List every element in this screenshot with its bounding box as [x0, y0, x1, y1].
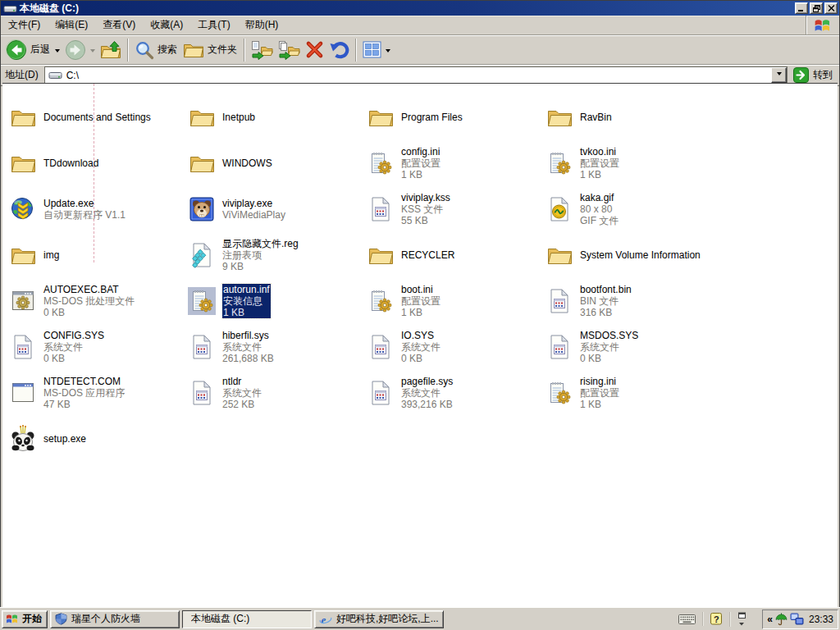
file-tile[interactable]: ntldr系统文件252 KB	[188, 370, 367, 416]
file-tile[interactable]: hiberfil.sys系统文件261,688 KB	[188, 324, 367, 370]
file-tile[interactable]: IO.SYS系统文件0 KB	[367, 324, 546, 370]
close-button[interactable]	[824, 2, 838, 14]
move-to-button[interactable]	[249, 39, 276, 62]
folders-button[interactable]: 文件夹	[180, 39, 240, 62]
up-button[interactable]	[98, 39, 124, 62]
file-tile[interactable]: Program Files	[367, 94, 546, 140]
popup-window-icon[interactable]	[729, 612, 753, 627]
menu-item[interactable]: 文件(F)	[1, 16, 48, 34]
file-label: autorun.inf安装信息1 KB	[222, 284, 271, 318]
file-name: ntldr	[222, 376, 262, 387]
start-button[interactable]: 开始	[2, 610, 48, 628]
address-input[interactable]: C:\	[44, 66, 788, 84]
file-tile[interactable]: img	[9, 232, 188, 278]
disk-icon	[3, 3, 17, 14]
search-button[interactable]: 搜索	[132, 39, 180, 62]
file-label: 显示隐藏文件.reg注册表项9 KB	[222, 238, 299, 272]
folder-icon	[188, 149, 216, 177]
file-tile[interactable]: Update.exe自动更新程序 V1.1	[9, 186, 188, 232]
sysfile-icon	[546, 333, 573, 361]
back-button[interactable]: 后退	[3, 38, 62, 62]
file-tile[interactable]: Inetpub	[188, 94, 367, 140]
menu-item[interactable]: 工具(T)	[190, 16, 237, 34]
move-to-icon	[251, 40, 273, 60]
file-tile[interactable]: config.ini配置设置1 KB	[367, 140, 546, 186]
file-info: 系统文件	[222, 387, 262, 399]
sysfile-icon	[546, 287, 573, 315]
menu-item[interactable]: 查看(V)	[95, 16, 143, 34]
ie-icon: e	[319, 614, 332, 625]
file-label: rising.ini配置设置1 KB	[580, 376, 619, 410]
minimize-button[interactable]	[795, 2, 808, 14]
go-button[interactable]: 转到	[792, 67, 837, 83]
file-label: AUTOEXEC.BATMS-DOS 批处理文件0 KB	[43, 284, 135, 318]
file-label: Program Files	[401, 112, 463, 123]
menu-item[interactable]: 帮助(H)	[238, 16, 286, 34]
restore-button[interactable]	[810, 2, 823, 14]
undo-button[interactable]	[326, 39, 352, 61]
file-tile[interactable]: rising.ini配置设置1 KB	[546, 370, 724, 416]
file-name: MSDOS.SYS	[580, 330, 638, 341]
file-info: 1 KB	[223, 307, 270, 318]
reg-icon	[188, 241, 216, 269]
views-button[interactable]	[360, 39, 393, 60]
file-tile[interactable]: System Volume Information	[546, 232, 724, 278]
help-indicator-icon[interactable]: ?	[702, 612, 729, 626]
file-tile[interactable]: kaka.gif80 x 80GIF 文件	[546, 186, 724, 232]
back-dropdown-icon[interactable]	[55, 49, 60, 55]
file-tile[interactable]: TDdownload	[9, 140, 188, 186]
file-info: 0 KB	[43, 307, 135, 318]
copy-to-button[interactable]	[276, 39, 303, 62]
file-tile[interactable]: WINDOWS	[188, 140, 367, 186]
svg-text:?: ?	[714, 614, 719, 624]
toolbar-separator	[127, 39, 129, 62]
file-tile[interactable]: boot.ini配置设置1 KB	[367, 278, 546, 324]
forward-button[interactable]	[62, 38, 98, 62]
file-info: 1 KB	[580, 399, 619, 410]
panda-icon	[9, 425, 37, 453]
folder-icon	[367, 103, 395, 131]
taskbar-button[interactable]: 本地磁盘 (C:)	[182, 610, 312, 628]
file-name: tvkoo.ini	[580, 146, 619, 158]
forward-dropdown-icon[interactable]	[90, 49, 95, 55]
network-icon[interactable]	[790, 613, 804, 625]
taskbar-button[interactable]: 瑞星个人防火墙	[50, 610, 180, 628]
file-info: 0 KB	[401, 353, 441, 364]
file-tile[interactable]: autorun.inf安装信息1 KB	[188, 278, 367, 324]
file-tile[interactable]: RavBin	[546, 94, 724, 140]
file-tile[interactable]: tvkoo.ini配置设置1 KB	[546, 140, 724, 186]
file-info: 0 KB	[580, 353, 638, 364]
file-tile[interactable]: Documents and Settings	[9, 94, 188, 140]
folders-label: 文件夹	[208, 43, 238, 57]
back-icon	[6, 39, 27, 61]
file-tile[interactable]: viviplay.kssKSS 文件55 KB	[367, 186, 546, 232]
taskbar-button-label: 本地磁盘 (C:)	[191, 612, 249, 626]
file-tile[interactable]: 显示隐藏文件.reg注册表项9 KB	[188, 232, 367, 278]
globe-icon	[9, 195, 37, 223]
back-label: 后退	[30, 43, 51, 57]
file-area[interactable]: Documents and SettingsInetpubProgram Fil…	[2, 83, 838, 607]
umbrella-icon[interactable]	[775, 613, 788, 626]
input-method-icon[interactable]	[672, 614, 702, 625]
file-tile[interactable]: AUTOEXEC.BATMS-DOS 批处理文件0 KB	[9, 278, 188, 324]
com-icon	[9, 379, 37, 407]
menu-item[interactable]: 收藏(A)	[143, 16, 190, 34]
address-dropdown-button[interactable]	[771, 67, 787, 83]
file-name: Program Files	[401, 112, 463, 123]
file-tile[interactable]: MSDOS.SYS系统文件0 KB	[546, 324, 724, 370]
file-tile[interactable]: bootfont.binBIN 文件316 KB	[546, 278, 724, 324]
file-tile[interactable]: NTDETECT.COMMS-DOS 应用程序47 KB	[9, 370, 188, 416]
file-tile[interactable]: RECYCLER	[367, 232, 546, 278]
windows-flag-icon	[6, 613, 19, 625]
menu-item[interactable]: 编辑(E)	[48, 16, 95, 34]
delete-button[interactable]	[303, 39, 326, 61]
windows-logo-icon	[806, 16, 839, 34]
file-tile[interactable]: CONFIG.SYS系统文件0 KB	[9, 324, 188, 370]
file-tile[interactable]: setup.exe	[9, 416, 188, 462]
file-info: BIN 文件	[580, 295, 632, 307]
taskbar-button[interactable]: e好吧科技,好吧论坛,上...	[314, 610, 444, 628]
file-tile[interactable]: viviplay.exeViViMediaPlay	[188, 186, 367, 232]
file-tile[interactable]: pagefile.sys系统文件393,216 KB	[367, 370, 546, 416]
tray-expand-icon[interactable]: «	[767, 614, 773, 625]
views-dropdown-icon[interactable]	[386, 49, 390, 55]
